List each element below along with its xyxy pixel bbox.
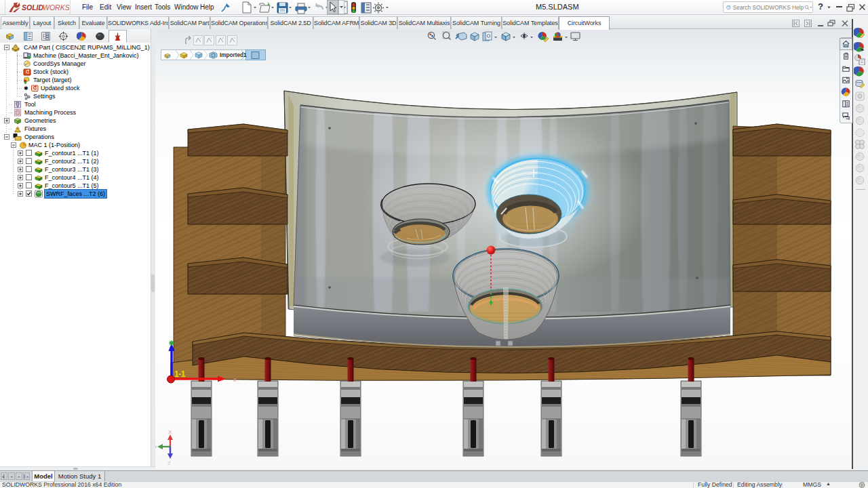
svg-text:?: ? <box>728 5 730 9</box>
svg-text:x: x <box>233 376 237 383</box>
svg-text:SOLID: SOLID <box>22 3 44 12</box>
svg-text:Imported1: Imported1 <box>220 52 247 58</box>
svg-text:X: X <box>168 429 172 435</box>
svg-text:WORKS: WORKS <box>43 3 69 12</box>
svg-text:1-1: 1-1 <box>174 369 186 379</box>
svg-text:Z: Z <box>167 460 171 466</box>
